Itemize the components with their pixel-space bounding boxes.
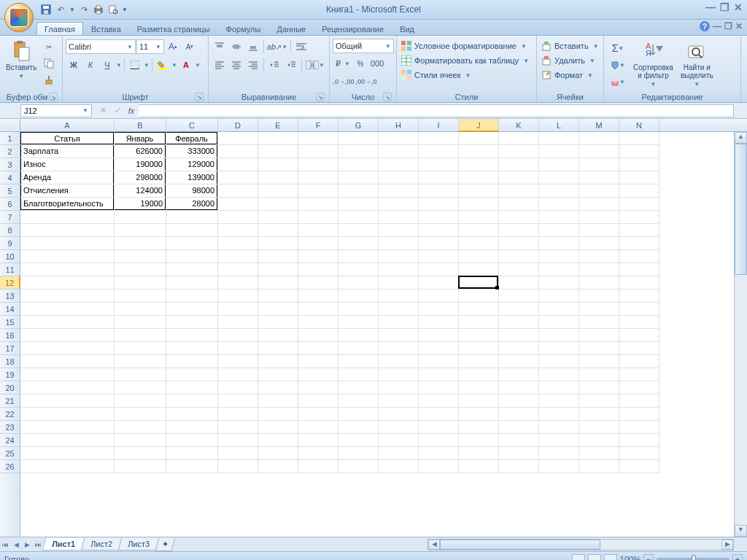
- row-header[interactable]: 8: [0, 224, 20, 237]
- font-color-dropdown[interactable]: ▼: [195, 62, 201, 69]
- row-header[interactable]: 9: [0, 237, 20, 250]
- row-header[interactable]: 26: [0, 460, 20, 473]
- cell[interactable]: 190000: [115, 158, 166, 171]
- cell[interactable]: 139000: [166, 171, 217, 184]
- column-header[interactable]: E: [258, 119, 298, 131]
- clipboard-launcher[interactable]: ↘: [49, 93, 58, 101]
- tab-home[interactable]: Главная: [36, 22, 83, 35]
- cell[interactable]: 124000: [115, 184, 166, 197]
- print-preview-icon[interactable]: [107, 3, 120, 16]
- column-header[interactable]: N: [619, 119, 659, 131]
- row-header[interactable]: 17: [0, 342, 20, 355]
- tab-insert[interactable]: Вставка: [83, 22, 129, 35]
- font-launcher[interactable]: ↘: [195, 93, 204, 101]
- align-left-icon[interactable]: [212, 57, 228, 73]
- alignment-launcher[interactable]: ↘: [316, 93, 325, 101]
- horizontal-scrollbar[interactable]: ◀ ▶: [427, 539, 734, 551]
- shrink-font-icon[interactable]: A▾: [182, 39, 198, 55]
- format-painter-icon[interactable]: [41, 72, 57, 88]
- italic-button[interactable]: К: [82, 57, 98, 73]
- cell-styles-button[interactable]: Стили ячеек▼: [400, 68, 472, 82]
- row-header[interactable]: 1: [0, 132, 20, 145]
- quickprint-icon[interactable]: [92, 3, 105, 16]
- font-size-combo[interactable]: 11▼: [136, 39, 164, 54]
- row-header[interactable]: 18: [0, 355, 20, 368]
- row-header[interactable]: 11: [0, 263, 20, 276]
- row-header[interactable]: 25: [0, 447, 20, 460]
- cell[interactable]: Отчисления: [20, 184, 114, 197]
- column-header[interactable]: I: [419, 119, 459, 131]
- conditional-formatting-button[interactable]: Условное форматирование▼: [400, 39, 528, 53]
- find-select-button[interactable]: Найти и выделить ▼: [678, 37, 716, 88]
- row-header[interactable]: 5: [0, 184, 20, 198]
- row-header[interactable]: 12: [0, 276, 20, 289]
- help-icon[interactable]: ?: [700, 21, 710, 31]
- zoom-out-button[interactable]: −: [643, 554, 654, 561]
- fill-button[interactable]: ▼: [607, 57, 629, 73]
- underline-button[interactable]: Ч: [99, 57, 115, 73]
- copy-icon[interactable]: [41, 55, 57, 71]
- row-header[interactable]: 15: [0, 316, 20, 329]
- cell[interactable]: Благотворительность: [20, 198, 114, 210]
- row-header[interactable]: 24: [0, 434, 20, 447]
- view-normal-button[interactable]: [572, 554, 585, 561]
- office-button[interactable]: [4, 3, 34, 32]
- close-button[interactable]: ✕: [734, 1, 743, 13]
- row-header[interactable]: 4: [0, 171, 20, 184]
- doc-restore-button[interactable]: ❐: [724, 21, 732, 31]
- percent-button[interactable]: %: [352, 55, 368, 71]
- borders-button[interactable]: [127, 57, 143, 73]
- wrap-text-button[interactable]: [293, 39, 309, 55]
- row-header[interactable]: 6: [0, 198, 20, 211]
- row-header[interactable]: 14: [0, 303, 20, 316]
- tab-data[interactable]: Данные: [268, 22, 314, 35]
- column-header[interactable]: H: [379, 119, 419, 131]
- font-color-button[interactable]: A: [178, 57, 194, 73]
- cell[interactable]: 98000: [166, 184, 217, 197]
- column-header[interactable]: A: [20, 119, 115, 131]
- undo-dropdown-icon[interactable]: ▼: [69, 3, 76, 16]
- scroll-down-button[interactable]: ▼: [735, 525, 747, 537]
- view-page-layout-button[interactable]: [588, 554, 601, 561]
- cell[interactable]: Зарплата: [20, 145, 114, 158]
- formula-input[interactable]: [139, 104, 734, 117]
- sheet-tab-1[interactable]: Лист1: [42, 538, 85, 551]
- column-header[interactable]: C: [166, 119, 218, 131]
- scroll-up-button[interactable]: ▲: [735, 132, 747, 144]
- sheet-nav-first[interactable]: ⏮: [0, 541, 11, 548]
- sheet-tab-3[interactable]: Лист3: [118, 538, 160, 551]
- sheet-nav-next[interactable]: ▶: [22, 541, 33, 548]
- align-middle-icon[interactable]: [228, 39, 244, 55]
- cell[interactable]: Износ: [20, 158, 114, 171]
- bold-button[interactable]: Ж: [66, 57, 82, 73]
- name-box[interactable]: J12▼: [20, 104, 92, 117]
- zoom-slider[interactable]: [657, 558, 729, 561]
- increase-indent-icon[interactable]: [283, 57, 299, 73]
- tab-review[interactable]: Рецензирование: [314, 22, 392, 35]
- decrease-decimal-button[interactable]: ,00→,0: [355, 74, 377, 90]
- zoom-in-button[interactable]: +: [732, 554, 743, 561]
- align-top-icon[interactable]: [212, 39, 228, 55]
- paste-dropdown-icon[interactable]: ▼: [18, 73, 24, 79]
- column-header[interactable]: B: [115, 119, 166, 131]
- undo-icon[interactable]: ↶: [54, 3, 67, 16]
- format-cells-button[interactable]: Формат▼: [540, 68, 595, 82]
- align-right-icon[interactable]: [245, 57, 261, 73]
- row-header[interactable]: 21: [0, 394, 20, 408]
- grow-font-icon[interactable]: A▴: [165, 39, 181, 55]
- column-header[interactable]: F: [298, 119, 338, 131]
- paste-button[interactable]: Вставить ▼: [3, 37, 39, 80]
- row-header[interactable]: 13: [0, 289, 20, 303]
- column-header[interactable]: M: [579, 119, 619, 131]
- column-header[interactable]: J: [459, 119, 499, 132]
- select-all-corner[interactable]: [0, 119, 20, 131]
- borders-dropdown[interactable]: ▼: [144, 62, 150, 69]
- vscroll-thumb[interactable]: [735, 144, 747, 275]
- comma-button[interactable]: 000: [369, 55, 385, 71]
- tab-page-layout[interactable]: Разметка страницы: [129, 22, 218, 35]
- column-header[interactable]: G: [338, 119, 379, 131]
- format-as-table-button[interactable]: Форматировать как таблицу▼: [400, 53, 530, 68]
- number-format-combo[interactable]: Общий▼: [333, 39, 394, 53]
- delete-cells-button[interactable]: Удалить▼: [540, 53, 597, 68]
- number-launcher[interactable]: ↘: [383, 93, 392, 101]
